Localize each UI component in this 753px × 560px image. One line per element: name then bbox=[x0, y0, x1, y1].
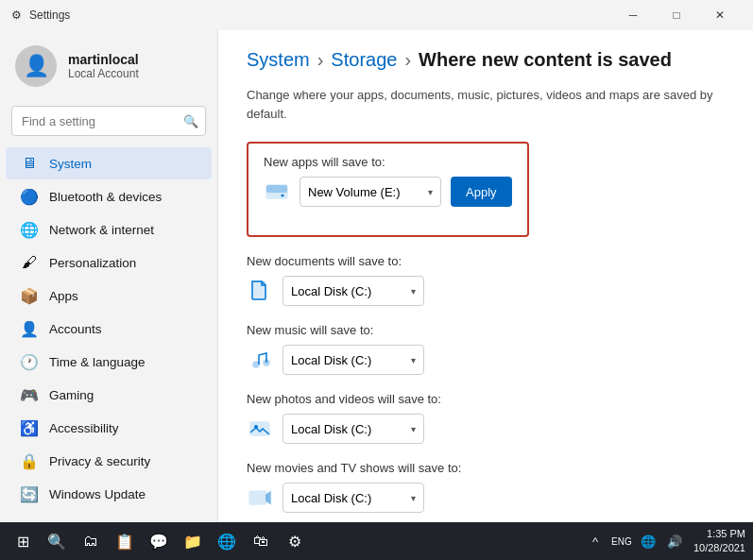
sidebar-item-label: System bbox=[49, 157, 197, 171]
svg-rect-1 bbox=[266, 185, 287, 193]
sidebar-item-system[interactable]: 🖥 System bbox=[6, 147, 212, 179]
new-movies-row: Local Disk (C:) ▾ bbox=[247, 483, 725, 513]
svg-rect-8 bbox=[249, 491, 266, 504]
explorer-button[interactable]: 📁 bbox=[178, 526, 208, 556]
new-photos-label: New photos and videos will save to: bbox=[247, 392, 725, 406]
personalization-icon: 🖌 bbox=[21, 254, 38, 271]
sidebar-item-windows-update[interactable]: 🔄 Windows Update bbox=[6, 478, 212, 510]
gaming-icon: 🎮 bbox=[21, 386, 38, 403]
new-apps-highlighted-box: New apps will save to: New Volume (E:) ▾… bbox=[247, 142, 529, 237]
dropdown-chevron-icon: ▾ bbox=[411, 424, 416, 434]
new-documents-label: New documents will save to: bbox=[247, 254, 725, 268]
teams-button[interactable]: 💬 bbox=[144, 526, 174, 556]
dropdown-chevron-icon: ▾ bbox=[411, 493, 416, 503]
sidebar-item-apps[interactable]: 📦 Apps bbox=[6, 280, 212, 312]
accounts-icon: 👤 bbox=[21, 320, 38, 337]
network-icon: 🌐 bbox=[21, 221, 38, 238]
sidebar-item-label: Accessibility bbox=[49, 421, 197, 435]
new-movies-drive-value: Local Disk (C:) bbox=[291, 491, 403, 505]
settings-taskbar-button[interactable]: ⚙ bbox=[280, 526, 310, 556]
new-movies-dropdown[interactable]: Local Disk (C:) ▾ bbox=[282, 483, 424, 513]
sidebar-item-label: Privacy & security bbox=[49, 454, 197, 468]
sidebar-item-privacy[interactable]: 🔒 Privacy & security bbox=[6, 445, 212, 477]
bluetooth-icon: 🔵 bbox=[21, 188, 38, 205]
new-documents-drive-value: Local Disk (C:) bbox=[291, 284, 403, 298]
accessibility-icon: ♿ bbox=[21, 419, 38, 436]
avatar: 👤 bbox=[15, 45, 57, 87]
new-documents-row: Local Disk (C:) ▾ bbox=[247, 276, 725, 306]
network-tray-icon[interactable]: 🌐 bbox=[637, 530, 659, 552]
breadcrumb-system[interactable]: System bbox=[247, 49, 310, 71]
sidebar-item-time[interactable]: 🕐 Time & language bbox=[6, 346, 212, 378]
sidebar-item-bluetooth[interactable]: 🔵 Bluetooth & devices bbox=[6, 180, 212, 212]
search-container: 🔍 bbox=[11, 106, 206, 136]
time-display: 1:35 PM bbox=[693, 527, 745, 541]
clock[interactable]: 1:35 PM 10/28/2021 bbox=[693, 527, 745, 556]
sidebar-item-label: Network & internet bbox=[49, 223, 197, 237]
documents-icon bbox=[247, 278, 273, 304]
user-profile[interactable]: 👤 martinlocal Local Account bbox=[0, 38, 217, 102]
search-button[interactable]: 🔍 bbox=[42, 526, 72, 556]
dropdown-chevron-icon: ▾ bbox=[428, 187, 433, 197]
sidebar-item-label: Personalization bbox=[49, 256, 197, 270]
dropdown-chevron-icon: ▾ bbox=[411, 355, 416, 365]
sidebar-item-gaming[interactable]: 🎮 Gaming bbox=[6, 379, 212, 411]
new-apps-drive-value: New Volume (E:) bbox=[308, 185, 420, 199]
new-photos-drive-value: Local Disk (C:) bbox=[291, 422, 403, 436]
minimize-button[interactable]: ─ bbox=[611, 0, 655, 30]
new-music-dropdown[interactable]: Local Disk (C:) ▾ bbox=[282, 345, 424, 375]
sidebar-item-network[interactable]: 🌐 Network & internet bbox=[6, 213, 212, 246]
language-tray[interactable]: ENG bbox=[610, 530, 633, 552]
close-button[interactable]: ✕ bbox=[698, 0, 742, 30]
sidebar-item-accounts[interactable]: 👤 Accounts bbox=[6, 313, 212, 345]
search-input[interactable] bbox=[11, 106, 206, 136]
app-window: 👤 martinlocal Local Account 🔍 🖥 System 🔵… bbox=[0, 30, 753, 526]
edge-button[interactable]: 🌐 bbox=[212, 526, 242, 556]
title-bar-left: ⚙ Settings bbox=[11, 8, 70, 22]
store-button[interactable]: 🛍 bbox=[246, 526, 276, 556]
task-view-button[interactable]: 🗂 bbox=[76, 526, 106, 556]
new-documents-section: New documents will save to: Local Disk (… bbox=[247, 254, 725, 306]
search-icon: 🔍 bbox=[183, 114, 198, 128]
title-bar-controls: ─ □ ✕ bbox=[611, 0, 742, 30]
date-display: 10/28/2021 bbox=[693, 541, 745, 555]
music-icon bbox=[247, 347, 273, 373]
breadcrumb-current: Where new content is saved bbox=[419, 49, 672, 71]
new-apps-label: New apps will save to: bbox=[264, 155, 512, 169]
breadcrumb-sep1: › bbox=[317, 49, 324, 71]
update-icon: 🔄 bbox=[21, 485, 38, 502]
new-photos-row: Local Disk (C:) ▾ bbox=[247, 414, 725, 444]
new-movies-section: New movies and TV shows will save to: Lo… bbox=[247, 461, 725, 513]
sidebar-item-accessibility[interactable]: ♿ Accessibility bbox=[6, 412, 212, 444]
content-area: System › Storage › Where new content is … bbox=[217, 30, 753, 526]
new-apps-dropdown[interactable]: New Volume (E:) ▾ bbox=[299, 177, 441, 207]
description-text: Change where your apps, documents, music… bbox=[247, 86, 725, 123]
apply-button[interactable]: Apply bbox=[451, 177, 512, 207]
new-photos-dropdown[interactable]: Local Disk (C:) ▾ bbox=[282, 414, 424, 444]
sidebar-item-label: Accounts bbox=[49, 322, 197, 336]
account-type-label: Local Account bbox=[68, 67, 139, 80]
system-tray: ^ ENG 🌐 🔊 bbox=[584, 530, 686, 552]
breadcrumb: System › Storage › Where new content is … bbox=[247, 49, 725, 71]
start-button[interactable]: ⊞ bbox=[8, 526, 38, 556]
sidebar-item-label: Gaming bbox=[49, 388, 197, 402]
settings-icon: ⚙ bbox=[11, 8, 22, 22]
sidebar-item-label: Bluetooth & devices bbox=[49, 190, 197, 204]
user-info: martinlocal Local Account bbox=[68, 52, 139, 80]
breadcrumb-sep2: › bbox=[404, 49, 411, 71]
new-apps-section: New apps will save to: New Volume (E:) ▾… bbox=[264, 155, 512, 207]
username: martinlocal bbox=[68, 52, 139, 67]
breadcrumb-storage[interactable]: Storage bbox=[331, 49, 397, 71]
widgets-button[interactable]: 📋 bbox=[110, 526, 140, 556]
taskbar-left: ⊞ 🔍 🗂 📋 💬 📁 🌐 🛍 ⚙ bbox=[8, 526, 584, 556]
new-movies-label: New movies and TV shows will save to: bbox=[247, 461, 725, 475]
speaker-tray-icon[interactable]: 🔊 bbox=[663, 530, 686, 552]
tray-arrow[interactable]: ^ bbox=[584, 530, 607, 552]
new-photos-section: New photos and videos will save to: Loca… bbox=[247, 392, 725, 444]
new-documents-dropdown[interactable]: Local Disk (C:) ▾ bbox=[282, 276, 424, 306]
system-icon: 🖥 bbox=[21, 155, 38, 172]
window-title: Settings bbox=[29, 8, 70, 22]
sidebar-item-personalization[interactable]: 🖌 Personalization bbox=[6, 246, 212, 279]
maximize-button[interactable]: □ bbox=[655, 0, 698, 30]
title-bar: ⚙ Settings ─ □ ✕ bbox=[0, 0, 753, 30]
